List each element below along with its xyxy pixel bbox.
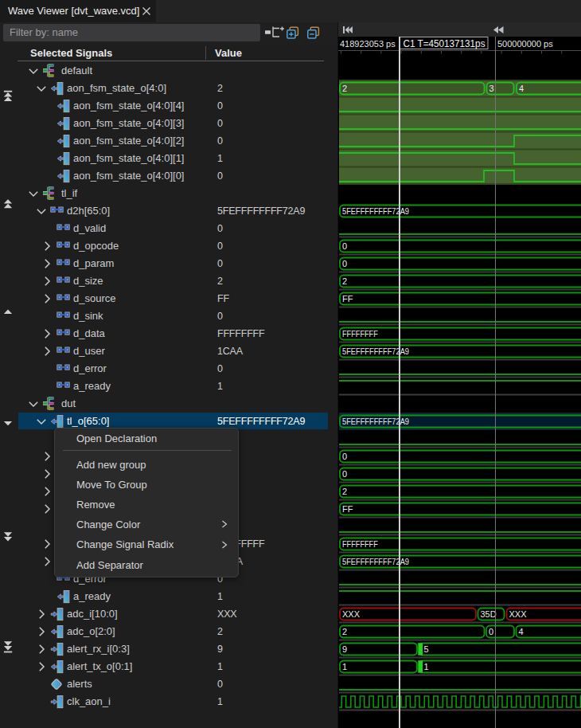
svg-text:FF: FF bbox=[342, 294, 353, 303]
svg-text:418923053 ps: 418923053 ps bbox=[340, 39, 396, 49]
svg-text:3: 3 bbox=[489, 84, 494, 93]
svg-text:FFFFFFFF: FFFFFFFF bbox=[342, 329, 378, 339]
svg-text:0: 0 bbox=[489, 627, 493, 636]
svg-text:500000000 ps: 500000000 ps bbox=[497, 39, 553, 49]
svg-text:XXX: XXX bbox=[342, 609, 361, 619]
svg-text:FFFFFFFF: FFFFFFFF bbox=[342, 539, 378, 549]
svg-text:C1 T=450137131ps: C1 T=450137131ps bbox=[404, 38, 485, 49]
svg-text:2: 2 bbox=[342, 276, 347, 286]
svg-text:2: 2 bbox=[342, 487, 347, 496]
svg-text:35D: 35D bbox=[481, 609, 497, 619]
svg-text:XXX: XXX bbox=[509, 609, 528, 619]
svg-text:0: 0 bbox=[342, 259, 347, 268]
svg-text:5: 5 bbox=[424, 644, 429, 654]
svg-text:FF: FF bbox=[342, 504, 353, 514]
svg-text:0: 0 bbox=[342, 469, 347, 479]
svg-text:4: 4 bbox=[519, 627, 524, 636]
svg-text:1: 1 bbox=[342, 662, 347, 671]
svg-text:0: 0 bbox=[342, 241, 347, 251]
svg-text:9: 9 bbox=[342, 644, 347, 654]
svg-text:2: 2 bbox=[342, 627, 347, 636]
svg-text:0: 0 bbox=[342, 452, 347, 461]
svg-text:1: 1 bbox=[424, 662, 429, 671]
svg-text:2: 2 bbox=[342, 84, 347, 93]
svg-text:4: 4 bbox=[519, 84, 524, 93]
